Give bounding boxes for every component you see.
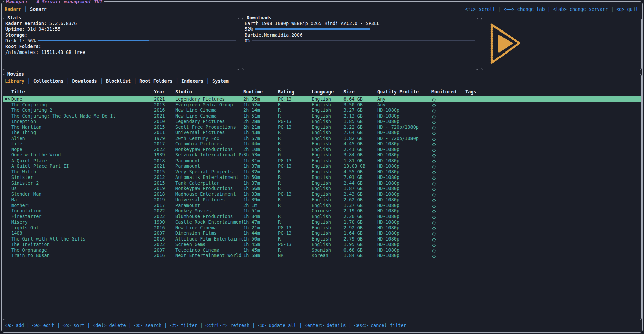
movie-size: 2.44 GB [343,180,377,186]
movie-tags [465,180,641,186]
movie-language: English [312,169,343,175]
table-row[interactable]: Sinister 22015Tank Caterpillar1h 37mREng… [3,180,641,186]
movie-size: 2.41 GB [343,147,377,152]
movie-studio: Evergreen Media Group [175,102,243,108]
movie-studio: Monkeypaw Productions [175,186,243,191]
movie-tags [465,107,641,113]
movie-runtime: 1h 39m [243,197,278,203]
download-gauge [255,26,475,32]
movie-quality-profile: HD-1080p [377,130,431,135]
movie-quality-profile: HD-1080p [377,247,431,253]
table-row[interactable]: The Orphanage2007Telecinco Cinema1h 45mR… [3,247,641,253]
table-row[interactable]: Slender Man2018Madhouse Entertainment1h … [3,191,641,197]
table-row[interactable]: Nope2022Monkeypaw Productions2h 10mREngl… [3,147,641,152]
movie-rating: R [278,214,312,220]
radarr-version-line: Radarr Version: 5.2.6.8376 [5,20,237,26]
tab-separator: │ [24,6,27,12]
uptime-line: Uptime: 31d 04:31:55 [5,26,237,32]
table-row[interactable]: Incantation2022Monkey Movies1h 51mChines… [3,208,641,214]
movie-quality-profile: HD-1080p [377,174,431,180]
table-row[interactable]: The Conjuring: The Devil Made Me Do It20… [3,113,641,119]
table-row[interactable]: Us2019Monkeypaw Productions1h 56mREnglis… [3,186,641,191]
movie-monitored [431,124,465,130]
column-header-runtime[interactable]: Runtime [243,89,278,95]
tab-blocklist[interactable]: Blocklist [106,78,131,84]
tab-root-folders[interactable]: Root Folders [139,78,173,84]
table-row[interactable]: The Invitation2022Screen Gems1h 45mPG-13… [3,242,641,247]
movie-language: English [312,124,343,130]
movie-year: 2012 [154,174,175,180]
row-marker [5,208,11,214]
column-header-rating[interactable]: Rating [278,89,312,95]
movie-size: 7.01 GB [343,174,377,180]
table-row[interactable]: mother!2017Paramount2h 1mREnglish1.37 GB… [3,203,641,208]
movie-rating: R [278,203,312,208]
table-row[interactable]: Ma2019Universal Pictures1h 39mREnglish2.… [3,197,641,203]
movie-year: 2019 [154,197,175,203]
movie-quality-profile: HD-1080p [377,191,431,197]
movie-language: English [312,152,343,158]
table-row[interactable]: Misery1990Castle Rock Entertainment1h 47… [3,219,641,225]
monitored-tag-icon [432,193,436,197]
tab-downloads[interactable]: Downloads [72,78,97,84]
table-row[interactable]: Sinister2012Automatik Entertainment1h 50… [3,174,641,180]
radarr-version-value: 5.2.6.8376 [49,21,77,26]
movie-title: A Quiet Place [11,158,154,164]
row-marker [5,242,11,247]
table-row[interactable]: Train to Busan2016Next Entertainment Wor… [3,253,641,258]
table-row[interactable]: A Quiet Place2018Paramount1h 31mPG-13Eng… [3,158,641,164]
movie-title: The Martian [11,124,154,130]
table-row[interactable]: A Quiet Place Part II2021Paramount1h 37m… [3,163,641,169]
table-row[interactable]: 14082007Dimension Films1h 44mPG-13Englis… [3,230,641,236]
movie-tags [465,124,641,130]
movie-language: English [312,174,343,180]
radarr-version-label: Radarr Version: [5,21,47,26]
movie-language: English [312,225,343,231]
table-row[interactable]: Alien197920th Century Fox1h 57mREnglish1… [3,135,641,141]
table-row[interactable]: Inception2010Legendary Pictures2h 28mPG-… [3,119,641,124]
monitored-tag-icon [432,227,436,230]
table-row[interactable]: The Thing2011Universal Pictures1h 43mREn… [3,130,641,135]
column-header-year[interactable]: Year [154,89,175,95]
tab-system[interactable]: System [212,78,229,84]
servarr-tab-sonarr[interactable]: Sonarr [30,6,47,12]
root-folders-line: Root Folders: [5,43,237,49]
tab-indexers[interactable]: Indexers [181,78,203,84]
table-row[interactable]: Life2017Columbia Pictures1h 44mREnglish4… [3,141,641,147]
table-row[interactable]: The Conjuring2013Evergreen Media Group1h… [3,102,641,108]
movie-rating: PG-13 [278,225,312,231]
column-header-size[interactable]: Size [343,89,377,95]
column-header-studio[interactable]: Studio [175,89,243,95]
movie-size: 4.55 GB [343,169,377,175]
monitored-tag-icon [432,182,436,186]
table-row[interactable]: The Witch2015Very Special Projects1h 32m… [3,169,641,175]
servarr-tab-radarr[interactable]: Radarr [5,6,21,12]
movie-title: Slender Man [11,191,154,197]
movie-monitored [431,208,465,214]
movie-language: English [312,219,343,225]
column-header-language[interactable]: Language [312,89,343,95]
movie-rating: R [278,102,312,108]
table-row[interactable]: Lights Out2016New Line Cinema1h 21mPG-13… [3,225,641,231]
column-header-quality-profile[interactable]: Quality Profile [377,89,431,95]
movie-runtime: 2h 1m [243,203,278,208]
tab-library[interactable]: Library [5,78,24,84]
table-row[interactable]: The Girl with All the Gifts2016Altitude … [3,236,641,242]
column-header-monitored[interactable]: Monitored [431,89,465,95]
table-row[interactable]: Gone with the Wind1939Selznick Internati… [3,152,641,158]
table-row[interactable]: =>Dune2021Legendary Pictures2h 35mPG-13E… [3,96,641,102]
column-header-title[interactable]: Title [11,89,154,95]
table-row[interactable]: The Conjuring 22016New Line Cinema2h 14m… [3,107,641,113]
movie-studio: Madhouse Entertainment [175,191,243,197]
row-marker [5,102,11,108]
row-marker [5,214,11,220]
table-row[interactable]: The Martian2015Scott Free Productions2h … [3,124,641,130]
movie-title: The Girl with All the Gifts [11,236,154,242]
movie-quality-profile: HD-1080p [377,214,431,220]
column-header-tags[interactable]: Tags [465,89,641,95]
tab-collections[interactable]: Collections [33,78,63,84]
monitored-tag-icon [432,171,436,174]
movie-year: 1990 [154,219,175,225]
table-row[interactable]: Firestarter2022Blumhouse Productions1h 3… [3,214,641,220]
movie-runtime: 1h 50m [243,174,278,180]
